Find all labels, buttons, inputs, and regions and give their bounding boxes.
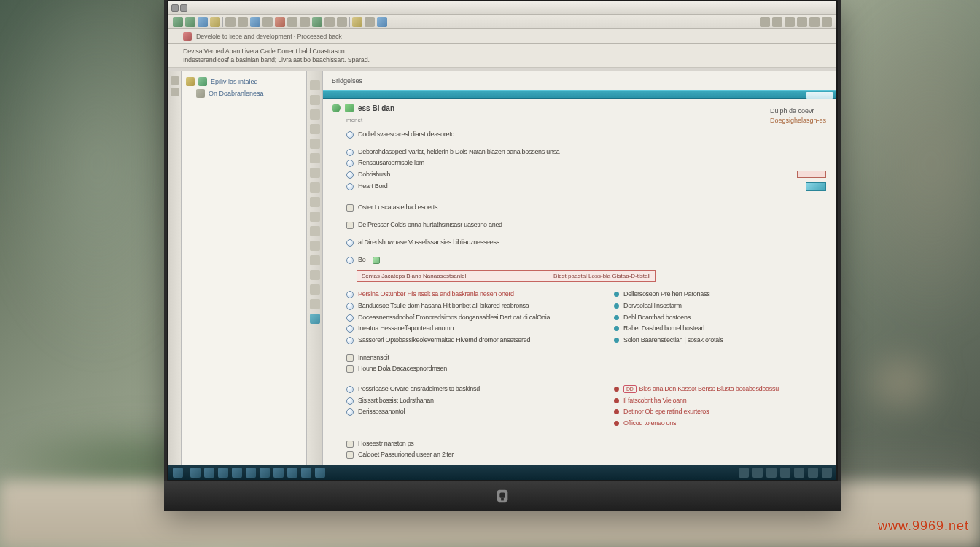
gutter-icon[interactable] — [310, 168, 320, 178]
tray-icon[interactable] — [808, 468, 818, 478]
tool-icon[interactable] — [324, 17, 335, 27]
forward-icon[interactable] — [185, 17, 195, 27]
tray-icon[interactable] — [794, 468, 804, 478]
list-item[interactable]: Possrioase Orvare ansradeimers to baskin… — [346, 385, 592, 394]
gutter-icon[interactable] — [310, 284, 320, 295]
gutter-icon[interactable] — [310, 197, 320, 207]
side-item[interactable]: Il fatscobrit ha Vie oann — [614, 397, 828, 406]
taskbar-item[interactable] — [260, 468, 270, 478]
list-item[interactable]: Ineatoa Hessaneffapontead anomn — [346, 325, 592, 333]
list-item[interactable]: Doceasnenssdnobof Eronoredsimos dongansa… — [346, 314, 592, 322]
tool-icon[interactable] — [225, 17, 236, 27]
tool-icon[interactable] — [785, 17, 795, 27]
side-item[interactable]: Dehl Boanthad bostoens — [614, 314, 828, 322]
gutter-icon[interactable] — [310, 270, 320, 280]
mini-button[interactable] — [806, 182, 826, 191]
header-tab[interactable]: Bridgelses — [332, 77, 362, 85]
window-control-icon[interactable] — [171, 4, 179, 12]
tray-icon[interactable] — [822, 468, 832, 478]
list-item[interactable]: Bo — [346, 256, 828, 265]
tool-icon[interactable] — [772, 17, 782, 27]
window-titlebar[interactable] — [168, 1, 836, 15]
list-item[interactable]: De Presser Colds onna hurtathsinisasr ua… — [346, 221, 828, 230]
tool-icon[interactable] — [250, 17, 260, 27]
side-item[interactable]: Solon Baarenstlectian | sosak orotals — [614, 336, 828, 345]
list-item[interactable]: Dodiel svaescaresl diarst deasoreto — [346, 131, 828, 139]
window-control-icon[interactable] — [180, 4, 187, 12]
taskbar-item[interactable] — [301, 468, 311, 478]
gutter-icon[interactable] — [310, 124, 320, 134]
tool-icon[interactable] — [797, 17, 807, 27]
list-item[interactable]: Sassoreri Optobassikeolevermaited Hivern… — [346, 336, 592, 345]
tool-icon[interactable] — [760, 17, 770, 27]
list-item[interactable]: Hoseestr nariston ps — [346, 440, 828, 449]
tool-icon[interactable] — [337, 17, 347, 27]
tab-label[interactable]: Develole to liebe and development · Proc… — [196, 33, 342, 40]
home-icon[interactable] — [210, 17, 220, 27]
accent-button[interactable] — [806, 92, 833, 99]
list-item[interactable]: Sisissrt bossist Lodrsthanan — [346, 397, 592, 406]
tray-icon[interactable] — [766, 468, 777, 478]
gutter-icon[interactable] — [310, 255, 320, 265]
gutter-icon[interactable] — [171, 88, 179, 96]
collapse-icon[interactable] — [332, 104, 341, 112]
side-item[interactable]: Det nor Ob epe ratind exurteros — [614, 408, 828, 416]
list-item[interactable]: Derissossanontol — [346, 408, 592, 416]
start-icon[interactable] — [173, 468, 183, 478]
gutter-icon[interactable] — [171, 76, 179, 85]
taskbar-item[interactable] — [218, 468, 228, 478]
gutter-icon[interactable] — [310, 153, 320, 163]
attachment-icon[interactable] — [373, 257, 380, 264]
gutter-icon[interactable] — [310, 182, 320, 193]
gutter-icon[interactable] — [310, 139, 320, 149]
taskbar-item[interactable] — [190, 468, 201, 478]
list-item[interactable]: Banducsoe Tsulle dom hasana Hit bonbet a… — [346, 302, 592, 311]
tool-icon[interactable] — [287, 17, 298, 27]
list-item[interactable]: Oster Loscatastethad esoerts — [346, 203, 828, 212]
tool-icon[interactable] — [377, 17, 387, 27]
gutter-icon[interactable] — [310, 314, 320, 324]
list-item[interactable]: al Diredshownase Vosselissansies bibliad… — [346, 238, 828, 247]
side-item[interactable]: DDBlos ana Den Kossot Benso Blusta bocab… — [614, 385, 828, 394]
tool-icon[interactable] — [275, 17, 285, 27]
list-item[interactable]: Rensousaroornisole Iom — [346, 159, 828, 168]
tray-icon[interactable] — [780, 468, 790, 478]
taskbar-item[interactable] — [315, 468, 325, 478]
list-item[interactable]: Dobrishusih — [346, 171, 828, 179]
tool-icon[interactable] — [312, 17, 322, 27]
taskbar-item[interactable] — [287, 468, 298, 478]
tool-icon[interactable] — [300, 17, 310, 27]
gutter-icon[interactable] — [310, 212, 320, 222]
menu-item[interactable]: Devisa Veroed Apan Livera Cade Donent ba… — [183, 47, 345, 55]
list-item[interactable]: Heart Bord — [346, 182, 828, 191]
nav-item[interactable]: On Doabranlenesa — [196, 89, 302, 98]
list-item[interactable]: Innensnsoit — [346, 354, 828, 362]
taskbar-item[interactable] — [273, 468, 284, 478]
tray-icon[interactable] — [752, 468, 763, 478]
side-item[interactable]: Dorvsoleal linsostarm — [614, 302, 828, 311]
tool-icon[interactable] — [352, 17, 362, 27]
tool-icon[interactable] — [822, 17, 832, 27]
tool-icon[interactable] — [365, 17, 375, 27]
taskbar-item[interactable] — [232, 468, 242, 478]
gutter-icon[interactable] — [310, 95, 320, 105]
gutter-icon[interactable] — [310, 299, 320, 309]
side-item[interactable]: Dellersoseon Pre hen Paronass — [614, 290, 828, 299]
tray-icon[interactable] — [739, 468, 749, 478]
list-item[interactable]: Persina Ostunber His Itselt sa and baskr… — [346, 290, 592, 299]
refresh-icon[interactable] — [198, 17, 208, 27]
alert-banner[interactable]: Sentas Jacateps Biana Nanaasostsaniel Bi… — [357, 270, 656, 282]
tool-icon[interactable] — [262, 17, 273, 27]
back-icon[interactable] — [173, 17, 183, 27]
side-item[interactable]: Rabet Dashed bomel hostearl — [614, 325, 828, 333]
gutter-icon[interactable] — [310, 80, 320, 90]
nav-item[interactable]: Epiliv las intaled — [186, 77, 302, 86]
side-item[interactable]: Officod to eneo ons — [614, 419, 828, 428]
list-item[interactable]: Deborahdasopeel Variat, helderin b Dois … — [346, 148, 828, 157]
list-item[interactable]: Caldoet Passurioned useer an 2lter — [346, 451, 828, 459]
taskbar-item[interactable] — [246, 468, 256, 478]
tool-icon[interactable] — [809, 17, 820, 27]
tool-icon[interactable] — [238, 17, 248, 27]
list-item[interactable]: Houne Dola Dacacespnordmsen — [346, 365, 828, 373]
gutter-icon[interactable] — [310, 241, 320, 251]
